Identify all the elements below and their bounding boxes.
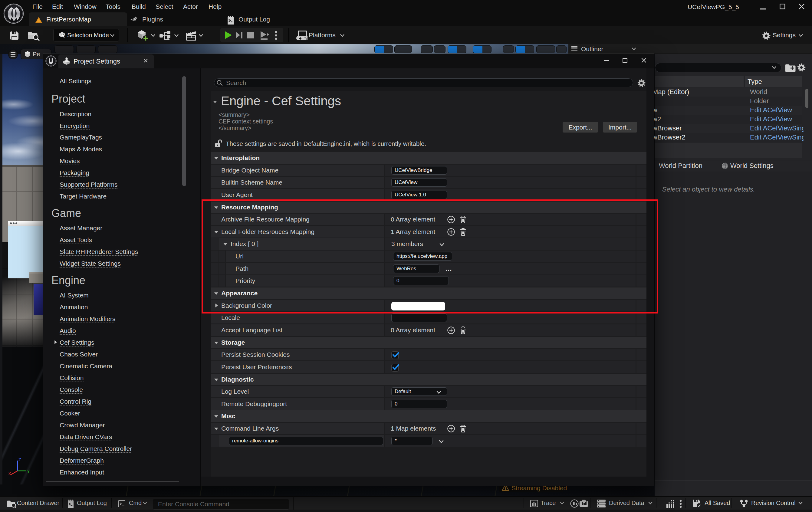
svg-text:X: X: [8, 471, 11, 476]
svg-text:Z: Z: [19, 457, 21, 462]
svg-text:Y: Y: [27, 469, 30, 474]
